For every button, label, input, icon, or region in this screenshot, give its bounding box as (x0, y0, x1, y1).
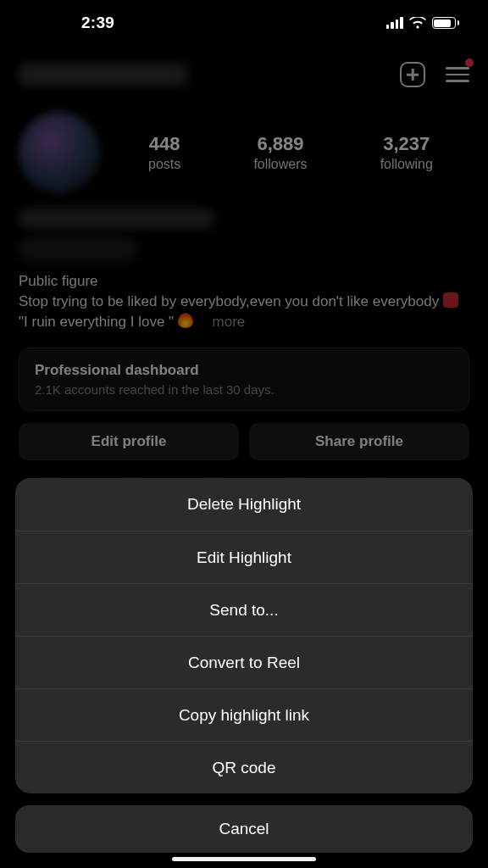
hamburger-menu-icon[interactable] (446, 63, 469, 86)
bio: Public figure Stop trying to be liked by… (19, 271, 469, 332)
stat-following-value: 3,237 (380, 133, 433, 155)
bio-more-link[interactable]: more (213, 314, 246, 330)
edit-profile-button[interactable]: Edit profile (19, 423, 239, 460)
stat-following[interactable]: 3,237 following (380, 133, 433, 172)
action-sheet: Delete Highlight Edit Highlight Send to.… (0, 478, 488, 868)
dashboard-title: Professional dashboard (35, 362, 453, 379)
home-indicator[interactable] (172, 857, 316, 861)
cellular-signal-icon (386, 17, 403, 29)
professional-dashboard-card[interactable]: Professional dashboard 2.1K accounts rea… (19, 348, 469, 411)
sheet-qr-code[interactable]: QR code (15, 741, 473, 793)
stat-posts-value: 448 (148, 133, 180, 155)
share-profile-button[interactable]: Share profile (249, 423, 469, 460)
stat-following-label: following (380, 157, 433, 172)
dashboard-subtitle: 2.1K accounts reached in the last 30 day… (35, 382, 453, 397)
bio-category: Public figure (19, 273, 98, 289)
link-pill-blurred (19, 237, 137, 261)
status-time: 2:39 (34, 14, 114, 32)
stat-followers-value: 6,889 (253, 133, 307, 155)
status-bar: 2:39 (0, 0, 488, 46)
new-post-icon[interactable] (400, 62, 425, 87)
notification-dot-icon (465, 58, 474, 67)
sheet-edit-highlight[interactable]: Edit Highlight (15, 531, 473, 583)
anger-emoji-icon (443, 292, 458, 308)
stat-posts-label: posts (148, 157, 180, 172)
sheet-copy-highlight-link[interactable]: Copy highlight link (15, 688, 473, 741)
stat-followers-label: followers (253, 157, 307, 172)
battery-icon (432, 17, 460, 29)
wifi-icon (409, 17, 426, 30)
sheet-cancel-button[interactable]: Cancel (15, 805, 473, 853)
status-indicators (386, 17, 460, 30)
bio-line-2: "I ruin everything I love " (19, 314, 174, 330)
fire-emoji-icon (178, 313, 193, 328)
stat-posts[interactable]: 448 posts (148, 133, 180, 172)
display-name-blurred (19, 209, 214, 229)
sheet-send-to[interactable]: Send to... (15, 583, 473, 636)
bio-line-1: Stop trying to be liked by everybody,eve… (19, 293, 443, 309)
sheet-delete-highlight[interactable]: Delete Highlight (15, 478, 473, 531)
sheet-convert-to-reel[interactable]: Convert to Reel (15, 636, 473, 688)
avatar-blurred (19, 112, 100, 193)
stat-followers[interactable]: 6,889 followers (253, 133, 307, 172)
username-blurred (19, 63, 188, 86)
